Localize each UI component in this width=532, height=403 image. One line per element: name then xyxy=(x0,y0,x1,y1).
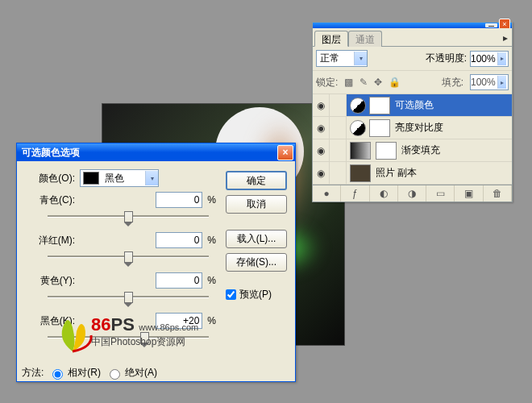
cancel-button[interactable]: 取消 xyxy=(226,195,287,214)
magenta-slider[interactable] xyxy=(48,251,209,263)
dialog-title: 可选颜色选项 xyxy=(22,146,277,160)
minimize-icon[interactable] xyxy=(485,23,497,27)
folder-icon[interactable]: ▭ xyxy=(426,185,455,202)
tab-layers[interactable]: 图层 xyxy=(314,31,348,47)
visibility-icon[interactable]: ◉ xyxy=(313,117,330,139)
yellow-slider[interactable] xyxy=(48,292,209,303)
cyan-input[interactable]: 0 xyxy=(156,192,202,208)
chevron-down-icon: ▾ xyxy=(354,52,367,65)
layer-row[interactable]: ◉ 亮度对比度 xyxy=(313,117,512,139)
color-value: 黑色 xyxy=(102,172,145,185)
layer-thumbnail xyxy=(350,164,371,182)
watermark: 86PS www.86ps.com 中国Photoshop资源网 xyxy=(59,314,198,349)
percent-label: % xyxy=(207,275,216,286)
layer-mask-icon[interactable] xyxy=(369,97,390,114)
layer-row[interactable]: ◉ 可选颜色 xyxy=(313,94,512,117)
color-swatch xyxy=(83,172,99,185)
chevron-right-icon: ▸ xyxy=(497,52,506,65)
layer-name: 照片 副本 xyxy=(376,166,417,180)
selective-color-dialog: 可选颜色选项 × 颜色(O): 黑色 ▾ 青色(C): 0 xyxy=(16,143,296,382)
preview-checkbox-label[interactable]: 预览(P) xyxy=(226,288,287,301)
close-button[interactable]: × xyxy=(277,145,293,160)
method-relative[interactable]: 相对(R) xyxy=(48,366,101,380)
mask-icon[interactable]: ◐ xyxy=(370,185,398,202)
adjustment-layer-icon[interactable]: ◑ xyxy=(398,185,426,202)
layers-panel: × 图层 通道 ▸ 正常 ▾ 不透明度: 100% ▸ 锁定: ▩ ✎ ✥ 🔒 … xyxy=(312,22,513,202)
blend-mode-select[interactable]: 正常 ▾ xyxy=(316,50,368,67)
panel-menu-icon[interactable]: ▸ xyxy=(499,30,512,46)
magenta-input[interactable]: 0 xyxy=(156,232,202,248)
layer-mask-icon[interactable] xyxy=(369,119,390,137)
fill-input[interactable]: 100% ▸ xyxy=(470,74,509,90)
color-select[interactable]: 黑色 ▾ xyxy=(80,169,159,187)
lock-transparency-icon[interactable]: ▩ xyxy=(344,77,353,88)
cyan-label: 青色(C): xyxy=(25,193,80,207)
load-button[interactable]: 载入(L)... xyxy=(226,230,287,248)
visibility-icon[interactable]: ◉ xyxy=(313,139,330,161)
lock-all-icon[interactable]: 🔒 xyxy=(389,77,401,88)
adjustment-icon xyxy=(350,98,366,114)
gradient-thumb xyxy=(350,142,371,160)
link-layers-icon[interactable]: ● xyxy=(313,185,341,202)
chevron-right-icon: ▸ xyxy=(497,76,506,89)
ok-button[interactable]: 确定 xyxy=(226,171,287,190)
new-layer-icon[interactable]: ▣ xyxy=(455,185,483,202)
tab-channels[interactable]: 通道 xyxy=(348,31,382,47)
panel-titlebar[interactable]: × xyxy=(313,23,512,28)
percent-label: % xyxy=(207,315,216,326)
lock-move-icon[interactable]: ✥ xyxy=(374,77,382,88)
trash-icon[interactable]: 🗑 xyxy=(484,185,512,202)
percent-label: % xyxy=(207,194,216,206)
dialog-titlebar[interactable]: 可选颜色选项 × xyxy=(17,143,295,161)
preview-checkbox[interactable] xyxy=(226,289,236,300)
yellow-input[interactable]: 0 xyxy=(156,272,202,289)
layer-row[interactable]: ◉ 渐变填充 xyxy=(313,139,512,162)
blend-mode-value: 正常 xyxy=(317,52,354,65)
color-label: 颜色(O): xyxy=(25,172,80,185)
chevron-down-icon: ▾ xyxy=(145,171,158,185)
layer-name: 可选颜色 xyxy=(395,98,434,112)
panel-footer: ● ƒ ◐ ◑ ▭ ▣ 🗑 xyxy=(313,185,512,202)
lock-label: 锁定: xyxy=(316,76,338,89)
opacity-input[interactable]: 100% ▸ xyxy=(470,51,509,67)
method-absolute[interactable]: 绝对(A) xyxy=(106,366,157,380)
fill-label: 填充: xyxy=(442,76,463,89)
cyan-slider[interactable] xyxy=(48,211,209,222)
magenta-label: 洋红(M): xyxy=(25,234,80,247)
percent-label: % xyxy=(207,235,216,246)
layer-name: 渐变填充 xyxy=(401,143,440,157)
layer-name: 亮度对比度 xyxy=(395,121,443,135)
save-button[interactable]: 存储(S)... xyxy=(226,253,287,272)
adjustment-icon xyxy=(350,120,366,136)
layer-row[interactable]: ◉ 照片 副本 xyxy=(313,162,512,185)
visibility-icon[interactable]: ◉ xyxy=(313,162,330,184)
opacity-label: 不透明度: xyxy=(426,52,467,65)
fx-icon[interactable]: ƒ xyxy=(341,185,369,202)
lock-brush-icon[interactable]: ✎ xyxy=(360,77,368,88)
method-label: 方法: xyxy=(22,366,44,380)
layer-mask-icon[interactable] xyxy=(376,142,397,160)
yellow-label: 黄色(Y): xyxy=(25,274,80,288)
visibility-icon[interactable]: ◉ xyxy=(313,94,330,116)
